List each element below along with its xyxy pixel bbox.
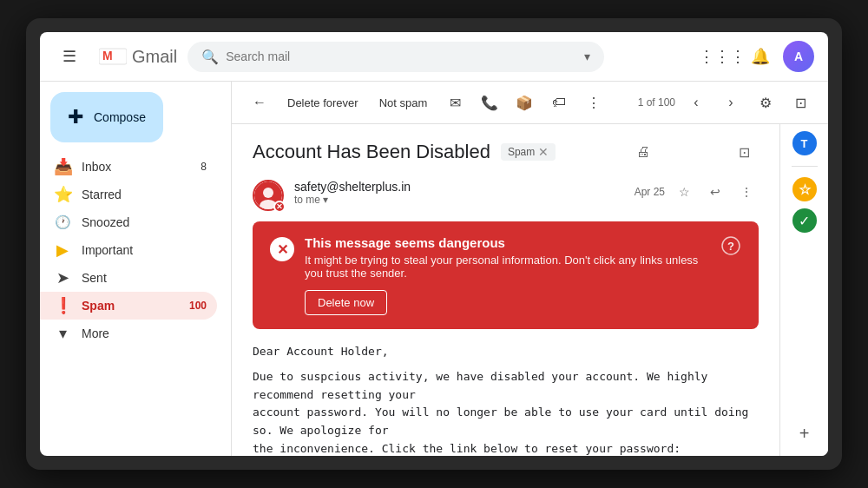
right-panel-icon-green[interactable]: ✓ bbox=[792, 208, 817, 233]
sender-to[interactable]: to me ▾ bbox=[294, 194, 624, 206]
right-panel-icon-blue[interactable]: T bbox=[792, 131, 817, 155]
label-icon-button[interactable]: 🏷 bbox=[545, 89, 573, 116]
sidebar-item-starred[interactable]: ⭐ Starred bbox=[40, 181, 217, 208]
sidebar-item-label: Inbox bbox=[82, 160, 190, 174]
sidebar-item-label: Sent bbox=[82, 271, 207, 285]
gmail-text: Gmail bbox=[132, 47, 177, 67]
expand-icon: ⊡ bbox=[795, 95, 806, 111]
search-input[interactable] bbox=[226, 49, 577, 63]
more-actions-button[interactable]: ⋮ bbox=[580, 89, 608, 116]
next-page-button[interactable]: › bbox=[717, 89, 745, 116]
sender-info: safety@shelterplus.in to me ▾ bbox=[294, 180, 624, 206]
sender-avatar-container: ✕ bbox=[253, 180, 284, 211]
spam-tag: Spam ✕ bbox=[501, 143, 556, 161]
phone-icon-button[interactable]: 📞 bbox=[476, 89, 503, 116]
sidebar-item-label: More bbox=[82, 326, 207, 340]
mail-icon-button[interactable]: ✉ bbox=[441, 89, 469, 116]
spam-icon: ❗ bbox=[54, 296, 71, 315]
notifications-button[interactable]: 🔔 bbox=[745, 41, 776, 72]
star-button[interactable]: ☆ bbox=[672, 180, 696, 204]
sidebar-item-inbox[interactable]: 📥 Inbox 8 bbox=[40, 153, 217, 181]
apps-button[interactable]: ⋮⋮⋮ bbox=[707, 41, 738, 72]
expand-email-button[interactable]: ⊡ bbox=[731, 138, 759, 166]
spam-tag-label: Spam bbox=[508, 146, 535, 158]
pagination-info: 1 of 100 bbox=[638, 96, 675, 109]
archive-icon-button[interactable]: 📦 bbox=[510, 89, 538, 116]
inbox-count: 8 bbox=[201, 161, 207, 173]
settings-icon: ⚙ bbox=[760, 95, 772, 111]
sidebar: ✚ Compose 📥 Inbox 8 ⭐ Starred 🕐 Snoozed bbox=[40, 82, 231, 456]
add-button[interactable]: + bbox=[789, 418, 820, 449]
snoozed-icon: 🕐 bbox=[54, 214, 71, 230]
search-icon: 🔍 bbox=[201, 49, 219, 65]
inbox-icon: 📥 bbox=[54, 157, 71, 176]
important-icon: ▶ bbox=[54, 241, 71, 260]
prev-page-button[interactable]: ‹ bbox=[682, 89, 710, 116]
warning-title: This message seems dangerous bbox=[305, 235, 710, 250]
starred-icon: ⭐ bbox=[54, 185, 71, 204]
sidebar-item-label: Starred bbox=[82, 188, 207, 201]
prev-page-icon: ‹ bbox=[694, 95, 698, 110]
warning-content: This message seems dangerous It might be… bbox=[305, 235, 710, 315]
compose-plus-icon: ✚ bbox=[68, 106, 83, 129]
archive-icon: 📦 bbox=[516, 95, 533, 111]
sidebar-item-more[interactable]: ▾ More bbox=[40, 320, 217, 347]
back-button[interactable]: ← bbox=[246, 89, 273, 116]
warning-help-icon[interactable]: ? bbox=[720, 235, 741, 256]
right-panel-icon-yellow[interactable]: ☆ bbox=[792, 177, 817, 201]
reply-icon: ↩ bbox=[710, 185, 720, 199]
star-icon: ☆ bbox=[679, 185, 690, 199]
sender-name: safety@shelterplus.in bbox=[294, 180, 624, 194]
svg-point-4 bbox=[263, 188, 273, 198]
sender-meta: Apr 25 ☆ ↩ ⋮ bbox=[635, 180, 759, 204]
hamburger-menu-button[interactable]: ☰ bbox=[54, 41, 85, 72]
sidebar-item-spam[interactable]: ❗ Spam 100 bbox=[40, 292, 217, 320]
email-area: ← Delete forever Not spam ✉ 📞 bbox=[231, 82, 828, 456]
more-icon: ▾ bbox=[54, 324, 71, 343]
right-panel-add: + bbox=[789, 418, 820, 449]
error-badge: ✕ bbox=[273, 201, 286, 213]
delete-forever-label: Delete forever bbox=[287, 96, 358, 109]
not-spam-label: Not spam bbox=[379, 96, 428, 109]
svg-text:?: ? bbox=[727, 240, 734, 253]
svg-text:M: M bbox=[102, 49, 113, 63]
expand-button[interactable]: ⊡ bbox=[786, 89, 814, 116]
sidebar-item-important[interactable]: ▶ Important bbox=[40, 236, 217, 264]
divider bbox=[792, 166, 818, 167]
delete-now-button[interactable]: Delete now bbox=[305, 290, 387, 315]
email-date: Apr 25 bbox=[635, 186, 665, 198]
app-header: ☰ M Gmail 🔍 ▾ ⋮⋮⋮ 🔔 A bbox=[40, 32, 828, 82]
compose-button[interactable]: ✚ Compose bbox=[50, 92, 163, 142]
search-dropdown-icon[interactable]: ▾ bbox=[584, 49, 590, 63]
spam-count: 100 bbox=[189, 300, 207, 312]
email-view: Account Has Been Disabled Spam ✕ 🖨 ⊡ bbox=[232, 124, 779, 456]
delete-forever-button[interactable]: Delete forever bbox=[280, 93, 365, 113]
search-bar: 🔍 ▾ bbox=[187, 42, 604, 72]
avatar[interactable]: A bbox=[783, 41, 814, 72]
print-button[interactable]: 🖨 bbox=[629, 138, 657, 166]
next-page-icon: › bbox=[728, 95, 733, 110]
label-icon: 🏷 bbox=[552, 95, 566, 110]
email-paragraph: Due to suspcious activity, we have disab… bbox=[253, 368, 759, 456]
right-panel: T ☆ ✓ + bbox=[779, 124, 828, 456]
compose-label: Compose bbox=[94, 110, 146, 124]
sidebar-item-label: Snoozed bbox=[82, 215, 207, 229]
reply-button[interactable]: ↩ bbox=[703, 180, 727, 204]
mail-icon: ✉ bbox=[450, 95, 461, 111]
more-actions-icon: ⋮ bbox=[587, 95, 601, 111]
email-body: Dear Account Holder, Due to suspcious ac… bbox=[253, 343, 759, 456]
email-toolbar: ← Delete forever Not spam ✉ 📞 bbox=[232, 82, 828, 124]
main-content: ✚ Compose 📥 Inbox 8 ⭐ Starred 🕐 Snoozed bbox=[40, 82, 828, 456]
spam-tag-close[interactable]: ✕ bbox=[538, 145, 549, 159]
email-more-button[interactable]: ⋮ bbox=[734, 180, 759, 204]
back-icon: ← bbox=[253, 95, 266, 110]
sidebar-item-snoozed[interactable]: 🕐 Snoozed bbox=[40, 208, 217, 236]
warning-icon: ✕ bbox=[270, 237, 294, 261]
sidebar-item-label: Important bbox=[82, 243, 207, 257]
sent-icon: ➤ bbox=[54, 268, 71, 287]
settings-button[interactable]: ⚙ bbox=[752, 89, 779, 116]
gmail-logo: M Gmail bbox=[99, 43, 177, 70]
not-spam-button[interactable]: Not spam bbox=[372, 93, 435, 113]
sender-row: ✕ safety@shelterplus.in to me ▾ bbox=[253, 180, 759, 211]
sidebar-item-sent[interactable]: ➤ Sent bbox=[40, 264, 217, 292]
